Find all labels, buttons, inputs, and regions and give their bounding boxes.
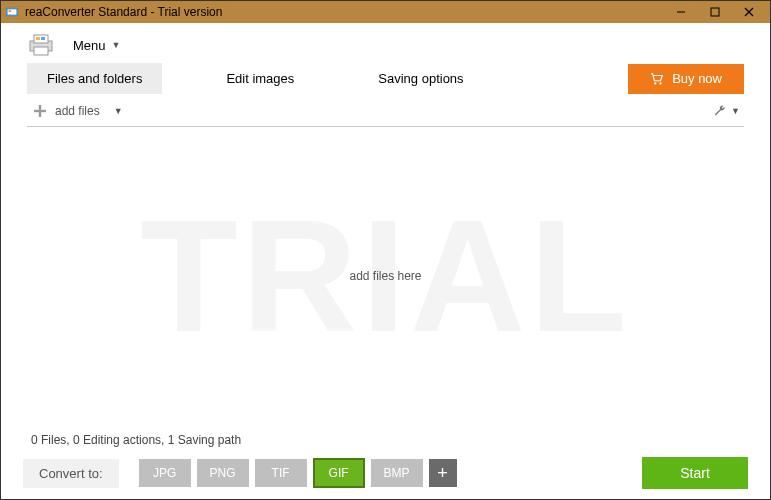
tab-edit-images[interactable]: Edit images — [206, 63, 314, 94]
format-group: JPG PNG TIF GIF BMP + — [139, 458, 457, 488]
app-icon — [5, 5, 19, 19]
minimize-button[interactable] — [664, 1, 698, 23]
svg-point-12 — [654, 82, 656, 84]
window-title: reaConverter Standard - Trial version — [25, 5, 664, 19]
format-bmp-button[interactable]: BMP — [371, 459, 423, 487]
add-format-button[interactable]: + — [429, 459, 457, 487]
drop-hint: add files here — [349, 269, 421, 283]
wrench-icon — [713, 104, 727, 118]
format-tif-button[interactable]: TIF — [255, 459, 307, 487]
start-button[interactable]: Start — [642, 457, 748, 489]
svg-rect-4 — [711, 8, 719, 16]
buy-now-button[interactable]: Buy now — [628, 64, 744, 94]
tab-files-and-folders[interactable]: Files and folders — [27, 63, 162, 94]
plus-icon — [33, 104, 47, 118]
maximize-button[interactable] — [698, 1, 732, 23]
svg-rect-11 — [41, 37, 45, 40]
menu-label: Menu — [73, 38, 106, 53]
menu-dropdown[interactable]: Menu ▼ — [65, 34, 128, 57]
titlebar: reaConverter Standard - Trial version — [1, 1, 770, 23]
convert-to-label: Convert to: — [23, 459, 119, 488]
status-text: 0 Files, 0 Editing actions, 1 Saving pat… — [1, 425, 770, 451]
tab-saving-options[interactable]: Saving options — [358, 63, 483, 94]
caret-down-icon: ▼ — [112, 40, 121, 50]
format-jpg-button[interactable]: JPG — [139, 459, 191, 487]
add-files-label: add files — [55, 104, 100, 118]
caret-down-icon: ▼ — [731, 106, 740, 116]
svg-rect-10 — [36, 37, 40, 40]
close-button[interactable] — [732, 1, 766, 23]
buy-now-label: Buy now — [672, 71, 722, 86]
svg-rect-2 — [9, 10, 12, 12]
drop-area[interactable]: TRIAL add files here — [1, 127, 770, 425]
svg-point-13 — [659, 82, 661, 84]
format-gif-button[interactable]: GIF — [313, 458, 365, 488]
caret-down-icon: ▼ — [114, 106, 123, 116]
settings-dropdown[interactable]: ▼ — [709, 100, 744, 122]
printer-icon — [27, 33, 55, 57]
add-files-button[interactable]: add files ▼ — [27, 100, 129, 122]
svg-rect-9 — [34, 47, 48, 55]
format-png-button[interactable]: PNG — [197, 459, 249, 487]
cart-icon — [650, 72, 664, 86]
